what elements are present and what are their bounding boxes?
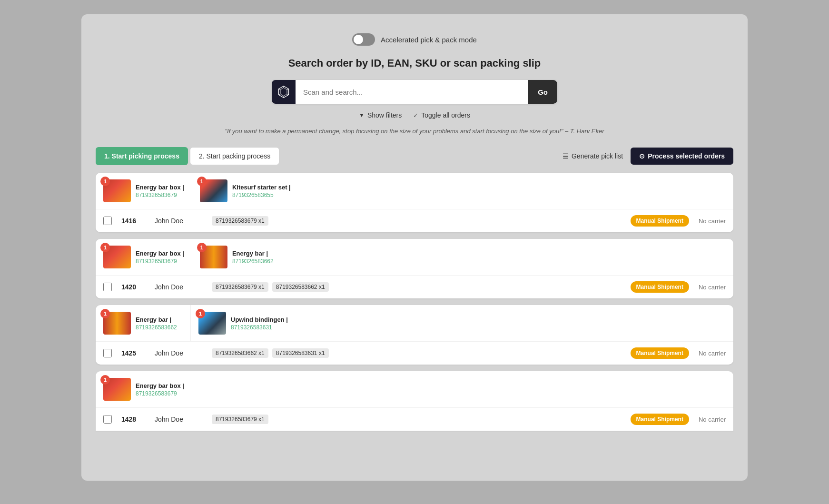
qty-badge: 1 [100,309,110,318]
order-tags: 8719326583679 x1 [212,415,621,424]
product-cell: 1 Kitesurf starter set | 8719326583655 [192,173,298,209]
filter-icon: ▼ [359,112,365,119]
product-ean: 8719326583655 [232,192,291,198]
product-image-wrap: 1 [103,312,131,335]
product-name: Energy bar box | [136,184,184,191]
order-tags: 8719326583679 x18719326583662 x1 [212,282,621,292]
order-checkbox[interactable] [103,415,112,424]
qty-badge: 1 [197,243,207,252]
start-packing-button[interactable]: 2. Start packing process [190,147,279,165]
product-cell: 1 Energy bar | 8719326583662 [96,305,191,341]
order-customer: John Doe [155,415,202,423]
product-info: Energy bar box | 8719326583679 [136,250,184,265]
order-products-row: 1 Energy bar box | 8719326583679 [96,371,733,408]
check-icon: ✓ [413,112,418,119]
ean-tag: 8719326583662 x1 [272,282,329,292]
order-details-row: 1425 John Doe 8719326583662 x18719326583… [96,342,733,365]
product-info: Energy bar box | 8719326583679 [136,184,184,198]
process-bar: 1. Start picking process 2. Start packin… [96,147,733,165]
product-name: Energy bar box | [136,250,184,257]
show-filters-button[interactable]: ▼ Show filters [359,111,402,119]
product-info: Kitesurf starter set | 8719326583655 [232,184,291,198]
toggle-all-button[interactable]: ✓ Toggle all orders [413,111,470,119]
filter-row: ▼ Show filters ✓ Toggle all orders [96,111,733,119]
svg-marker-1 [280,88,287,96]
product-ean: 8719326583679 [136,192,184,198]
toggle-row: Accelerated pick & pack mode [96,33,733,46]
product-info: Energy bar box | 8719326583679 [136,382,184,397]
orders-container: 1 Energy bar box | 8719326583679 1 Kites… [96,173,733,431]
order-tags: 8719326583662 x18719326583631 x1 [212,348,621,358]
ean-tag: 8719326583631 x1 [272,348,329,358]
circle-check-icon: ⊙ [639,152,645,160]
order-id: 1420 [121,283,145,291]
process-left-buttons: 1. Start picking process 2. Start packin… [96,147,279,165]
order-customer: John Doe [155,349,202,357]
product-name: Upwind bindingen | [231,316,288,323]
order-products-row: 1 Energy bar box | 8719326583679 1 Energ… [96,239,733,276]
process-selected-label: Process selected orders [648,152,725,160]
product-info: Energy bar | 8719326583662 [136,316,177,331]
shipment-badge: Manual Shipment [631,347,689,359]
search-bar: Go [272,80,557,104]
order-card: 1 Energy bar box | 8719326583679 1428 Jo… [96,371,733,431]
qty-badge: 1 [100,243,110,252]
order-details-row: 1428 John Doe 8719326583679 x1 Manual Sh… [96,408,733,431]
carrier-text: No carrier [699,416,726,423]
list-icon: ☰ [563,152,569,160]
product-cell: 1 Energy bar box | 8719326583679 [96,173,192,209]
product-cell: 1 Upwind bindingen | 8719326583631 [191,305,296,341]
order-details-row: 1416 John Doe 8719326583679 x1 Manual Sh… [96,209,733,232]
product-cell: 1 Energy bar box | 8719326583679 [96,239,192,275]
product-ean: 8719326583662 [232,258,274,265]
carrier-text: No carrier [699,217,726,225]
show-filters-label: Show filters [367,111,402,119]
order-checkbox[interactable] [103,349,112,357]
order-card: 1 Energy bar box | 8719326583679 1 Energ… [96,239,733,298]
ean-tag: 8719326583662 x1 [212,348,268,358]
search-go-button[interactable]: Go [528,80,557,104]
product-ean: 8719326583662 [136,324,177,331]
order-customer: John Doe [155,217,202,225]
order-details-row: 1420 John Doe 8719326583679 x18719326583… [96,276,733,298]
product-image-wrap: 1 [103,246,131,268]
qty-badge: 1 [197,177,207,186]
order-id: 1416 [121,217,145,225]
toggle-all-label: Toggle all orders [421,111,470,119]
product-image-wrap: 1 [198,312,226,335]
ean-tag: 8719326583679 x1 [212,216,268,226]
search-input[interactable] [296,80,528,104]
carrier-text: No carrier [699,284,726,291]
product-cell: 1 Energy bar | 8719326583662 [192,239,287,275]
product-info: Upwind bindingen | 8719326583631 [231,316,288,331]
order-tags: 8719326583679 x1 [212,216,621,226]
order-checkbox[interactable] [103,283,112,291]
order-card: 1 Energy bar box | 8719326583679 1 Kites… [96,173,733,232]
generate-picklist-label: Generate pick list [572,152,623,160]
logo-icon [272,80,296,104]
toggle-label: Accelerated pick & pack mode [381,36,477,44]
generate-picklist-button[interactable]: ☰ Generate pick list [563,152,623,160]
page-container: Accelerated pick & pack mode Search orde… [81,14,748,481]
product-image-wrap: 1 [200,246,227,268]
product-name: Energy bar box | [136,382,184,389]
order-id: 1425 [121,349,145,357]
qty-badge: 1 [100,177,110,186]
qty-badge: 1 [100,375,110,385]
start-picking-button[interactable]: 1. Start picking process [96,147,188,165]
ean-tag: 8719326583679 x1 [212,415,268,424]
product-image-wrap: 1 [103,378,131,401]
shipment-badge: Manual Shipment [631,414,689,425]
product-cell: 1 Energy bar box | 8719326583679 [96,371,192,407]
shipment-badge: Manual Shipment [631,215,689,227]
product-ean: 8719326583631 [231,324,288,331]
shipment-badge: Manual Shipment [631,281,689,293]
product-image-wrap: 1 [103,179,131,202]
product-ean: 8719326583679 [136,258,184,265]
order-checkbox[interactable] [103,217,112,225]
carrier-text: No carrier [699,350,726,357]
order-customer: John Doe [155,283,202,291]
search-title: Search order by ID, EAN, SKU or scan pac… [96,57,733,69]
process-selected-button[interactable]: ⊙ Process selected orders [631,148,733,165]
accelerated-mode-toggle[interactable] [352,33,375,46]
